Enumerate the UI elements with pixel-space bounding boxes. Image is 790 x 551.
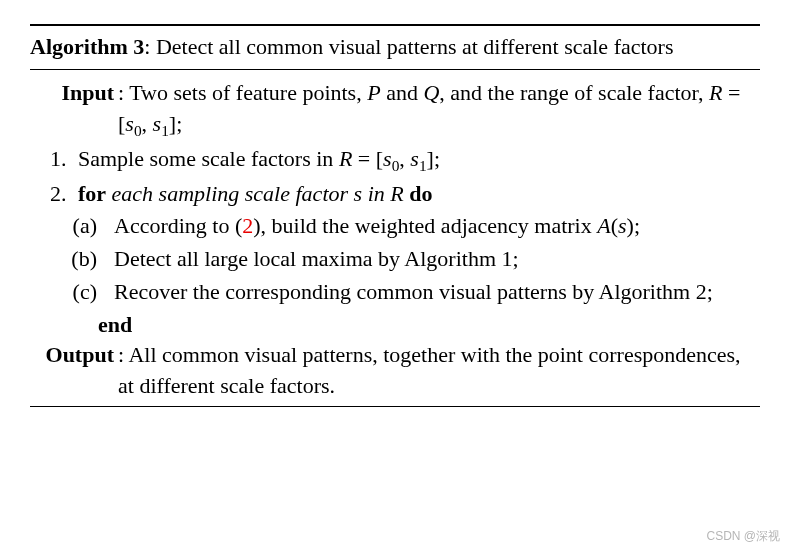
algorithm-title: Algorithm 3: Detect all common visual pa…	[30, 30, 760, 65]
step1-eq: = [	[352, 146, 383, 171]
input-Q: Q	[423, 80, 439, 105]
substep-b: Detect all large local maxima by Algorit…	[108, 244, 760, 275]
sub-a-s: s	[618, 213, 627, 238]
for-s: s	[354, 181, 363, 206]
for-body-b: in	[362, 181, 390, 206]
step1-s1: s	[410, 146, 419, 171]
step1-comma: ,	[399, 146, 410, 171]
substep-a: According to (2), build the weighted adj…	[108, 211, 760, 242]
main-steps: Sample some scale factors in R = [s0, s1…	[72, 144, 760, 308]
sub-a-1: According to (	[114, 213, 242, 238]
do-keyword: do	[404, 181, 433, 206]
step1-s0: s	[383, 146, 392, 171]
ref-2[interactable]: 2	[242, 213, 253, 238]
sub-steps: According to (2), build the weighted adj…	[108, 211, 760, 307]
step1-s1-sub: 1	[419, 157, 427, 174]
input-s1-sub: 1	[161, 122, 169, 139]
input-and: and	[381, 80, 424, 105]
algorithm-label: Algorithm 3	[30, 34, 144, 59]
sub-a-A: A	[597, 213, 610, 238]
step1-text: Sample some scale factors in	[78, 146, 339, 171]
bottom-rule	[30, 406, 760, 407]
input-text: : Two sets of feature points, P and Q, a…	[118, 78, 760, 142]
input-s0-sub: 0	[134, 122, 142, 139]
input-text-1: : Two sets of feature points,	[118, 80, 367, 105]
step1-close: ];	[427, 146, 440, 171]
output-text: : All common visual patterns, together w…	[118, 340, 760, 402]
input-label: Input	[30, 78, 118, 109]
input-R: R	[709, 80, 722, 105]
for-keyword: for	[78, 181, 106, 206]
step1-R: R	[339, 146, 352, 171]
sub-a-paren: (	[611, 213, 618, 238]
for-body-a: each sampling scale factor	[106, 181, 353, 206]
mid-rule	[30, 69, 760, 70]
step-2: for each sampling scale factor s in R do…	[72, 179, 760, 308]
output-label: Output	[30, 340, 118, 371]
sub-a-2: ), build the weighted adjacency matrix	[253, 213, 597, 238]
for-R: R	[390, 181, 403, 206]
end-keyword: end	[98, 310, 760, 341]
input-s1: s	[153, 111, 162, 136]
algorithm-title-text: : Detect all common visual patterns at d…	[144, 34, 673, 59]
substep-c: Recover the corresponding common visual …	[108, 277, 760, 308]
algorithm-block: Algorithm 3: Detect all common visual pa…	[30, 24, 760, 407]
input-text-2: , and the range of scale factor,	[439, 80, 709, 105]
sub-a-close: );	[627, 213, 640, 238]
output-block: Output : All common visual patterns, tog…	[30, 340, 760, 402]
step-1: Sample some scale factors in R = [s0, s1…	[72, 144, 760, 177]
input-s0: s	[125, 111, 134, 136]
algorithm-body: Input : Two sets of feature points, P an…	[30, 74, 760, 402]
input-block: Input : Two sets of feature points, P an…	[30, 78, 760, 142]
input-close1: ];	[169, 111, 182, 136]
top-rule	[30, 24, 760, 26]
input-P: P	[367, 80, 380, 105]
input-comma1: ,	[142, 111, 153, 136]
